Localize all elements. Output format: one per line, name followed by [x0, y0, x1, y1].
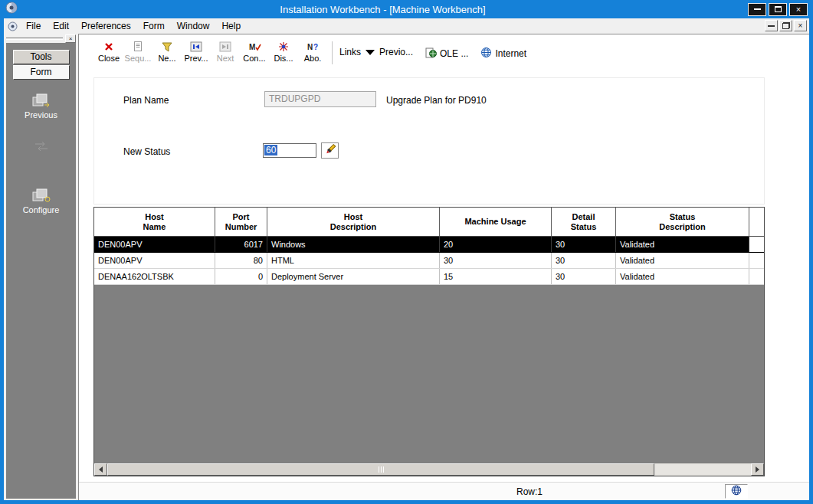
- new-status-field[interactable]: 60: [263, 143, 316, 158]
- previous-pages-icon: [6, 92, 76, 109]
- menu-window[interactable]: Window: [171, 20, 216, 33]
- cell-machine-usage[interactable]: 15: [440, 269, 552, 284]
- column-header-host-description[interactable]: Host Description: [267, 208, 440, 236]
- scroll-left-icon: [99, 466, 103, 473]
- table-row[interactable]: DEN00APV 80 HTML 30 30 Validated: [94, 253, 764, 269]
- system-menu-icon[interactable]: [6, 21, 18, 31]
- sidebar-item-configure[interactable]: Configure: [6, 187, 76, 214]
- ole-icon: [425, 47, 437, 61]
- exit-bar-grip[interactable]: [6, 38, 63, 40]
- minimize-button[interactable]: [748, 3, 766, 16]
- column-header-status-description[interactable]: Status Description: [616, 208, 749, 236]
- plan-form: Plan Name TRDUPGPD Upgrade Plan for PD91…: [93, 77, 765, 205]
- sidebar-item-previous[interactable]: Previous: [6, 92, 76, 119]
- mdi-restore-button[interactable]: [779, 20, 792, 31]
- close-icon: ×: [796, 5, 801, 14]
- menu-bar: File Edit Preferences Form Window Help ×: [4, 18, 809, 34]
- cell-detail-status[interactable]: 30: [552, 269, 616, 284]
- header-line: Name: [143, 222, 166, 232]
- sequence-icon: [133, 40, 143, 53]
- mdi-minimize-button[interactable]: [765, 20, 778, 31]
- maximize-button[interactable]: [769, 3, 787, 16]
- cell-host-name[interactable]: DEN00APV: [94, 253, 215, 268]
- horizontal-scrollbar[interactable]: [94, 463, 764, 476]
- maximize-icon: [775, 6, 782, 12]
- toolbar-separator: [332, 41, 333, 64]
- cell-host-description[interactable]: HTML: [267, 253, 440, 268]
- close-x-icon: [103, 40, 114, 53]
- cell-host-name[interactable]: DEN00APV: [94, 237, 215, 252]
- mdi-minimize-icon: [768, 25, 775, 27]
- cell-machine-usage[interactable]: 20: [440, 237, 552, 252]
- window-title: Installation Workbench - [Machine Workbe…: [22, 4, 743, 15]
- grid-empty-area: [94, 285, 764, 463]
- menu-edit[interactable]: Edit: [47, 20, 75, 33]
- toolbar-confirm-button[interactable]: M Con...: [240, 40, 269, 63]
- header-line: Host: [344, 212, 362, 222]
- internet-button[interactable]: Internet: [480, 47, 526, 61]
- status-bar: Row:1: [79, 482, 809, 500]
- row-indicator: Row:1: [516, 486, 543, 497]
- previous-arrow-icon: [190, 40, 202, 53]
- ole-button[interactable]: OLE ...: [425, 47, 468, 61]
- header-line: Description: [659, 222, 706, 232]
- links-dropdown[interactable]: Links Previo...: [339, 47, 413, 57]
- cell-port-number[interactable]: 6017: [215, 237, 267, 252]
- toolbar-prev-button[interactable]: Prev...: [182, 40, 211, 63]
- header-line: Detail: [572, 212, 595, 222]
- minimize-icon: [754, 8, 761, 10]
- menu-help[interactable]: Help: [215, 20, 247, 33]
- cell-port-number[interactable]: 80: [215, 253, 267, 268]
- scroll-right-button[interactable]: [751, 463, 764, 476]
- internet-label: Internet: [495, 48, 526, 59]
- toolbar-display-button[interactable]: Dis...: [269, 40, 298, 63]
- scroll-left-button[interactable]: [94, 463, 107, 476]
- mdi-close-button[interactable]: ×: [794, 20, 807, 31]
- scrollbar-thumb[interactable]: [107, 463, 654, 476]
- cell-port-number[interactable]: 0: [215, 269, 267, 284]
- thumb-grip: [383, 466, 384, 473]
- cell-machine-usage[interactable]: 30: [440, 253, 552, 268]
- toolbar-about-button[interactable]: N? Abo.: [298, 40, 327, 63]
- toolbar-button-label: Abo.: [304, 54, 322, 63]
- sidebar-tab-tools[interactable]: Tools: [13, 50, 70, 64]
- cell-host-name[interactable]: DENAA162OLTSBK: [94, 269, 215, 284]
- column-header-port-number[interactable]: Port Number: [215, 208, 267, 236]
- scrollbar-track[interactable]: [107, 463, 751, 476]
- column-header-machine-usage[interactable]: Machine Usage: [440, 208, 552, 236]
- toolbar-sequence-button: Sequ...: [123, 40, 152, 63]
- links-label: Links: [339, 47, 361, 57]
- column-header-detail-status[interactable]: Detail Status: [552, 208, 616, 236]
- exit-bar: Tools Form Previous: [6, 43, 76, 499]
- exit-bar-handle[interactable]: ×: [4, 34, 78, 43]
- cell-status-description[interactable]: Validated: [616, 269, 749, 284]
- cell-detail-status[interactable]: 30: [552, 237, 616, 252]
- cell-host-description[interactable]: Windows: [267, 237, 440, 252]
- toolbar: Close Sequ... Ne...: [79, 34, 809, 70]
- cell-status-description[interactable]: Validated: [616, 253, 749, 268]
- header-line: Number: [225, 222, 257, 232]
- menu-form[interactable]: Form: [137, 20, 171, 33]
- plan-name-field[interactable]: TRDUPGPD: [264, 91, 376, 107]
- menu-file[interactable]: File: [20, 20, 47, 33]
- exit-bar-close-button[interactable]: ×: [65, 34, 76, 43]
- cell-host-description[interactable]: Deployment Server: [267, 269, 440, 284]
- ole-label: OLE ...: [440, 48, 468, 59]
- sidebar-tab-form[interactable]: Form: [13, 65, 70, 80]
- toolbar-close-button[interactable]: Close: [94, 40, 123, 63]
- inactive-exit-icon: [6, 138, 76, 155]
- header-line: Port: [233, 212, 250, 222]
- next-arrow-icon: [219, 40, 231, 53]
- close-button[interactable]: ×: [789, 3, 808, 16]
- sidebar-item-label: Previous: [6, 110, 76, 119]
- cell-status-description[interactable]: Validated: [616, 237, 749, 252]
- thumb-grip: [379, 466, 379, 473]
- chevron-down-icon: [366, 50, 375, 55]
- visual-assist-button[interactable]: [321, 142, 339, 159]
- table-row[interactable]: DENAA162OLTSBK 0 Deployment Server 15 30…: [94, 269, 764, 285]
- toolbar-new-button[interactable]: Ne...: [152, 40, 182, 63]
- cell-detail-status[interactable]: 30: [552, 253, 616, 268]
- menu-preferences[interactable]: Preferences: [75, 20, 137, 33]
- column-header-host-name[interactable]: Host Name: [94, 208, 215, 236]
- table-row[interactable]: DEN00APV 6017 Windows 20 30 Validated: [94, 237, 764, 253]
